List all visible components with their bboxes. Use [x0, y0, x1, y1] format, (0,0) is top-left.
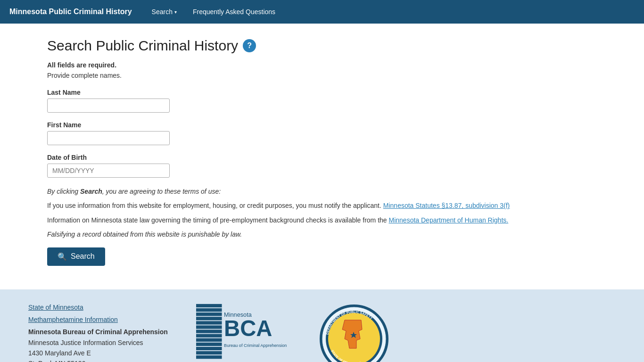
- main-content: Search Public Criminal History ? All fie…: [0, 24, 566, 280]
- required-note: All fields are required.: [47, 61, 519, 69]
- footer: State of Minnesota Methamphetamine Infor…: [0, 289, 644, 362]
- statutes-link[interactable]: Minnesota Statutes §13.87, subdivision 3…: [383, 202, 510, 209]
- terms-line2: If you use information from this website…: [47, 200, 519, 211]
- dps-seal-svg: DEPARTMENT OF PUBLIC SAFETY STATE OF MIN…: [319, 304, 389, 362]
- nav-links: Search ▾ Frequently Asked Questions: [146, 4, 281, 19]
- provide-note: Provide complete names.: [47, 72, 519, 79]
- svg-text:BCA: BCA: [224, 316, 272, 341]
- site-brand[interactable]: Minnesota Public Criminal History: [9, 8, 132, 16]
- svg-rect-4: [196, 321, 222, 324]
- dob-label: Date of Birth: [47, 154, 519, 161]
- dhr-link[interactable]: Minnesota Department of Human Rights.: [389, 216, 509, 224]
- help-icon[interactable]: ?: [243, 39, 256, 52]
- state-link[interactable]: State of Minnesota: [28, 304, 168, 311]
- svg-rect-12: [196, 355, 222, 359]
- meth-link[interactable]: Methamphetamine Information: [28, 316, 168, 323]
- footer-org: Minnesota Bureau of Criminal Apprehensio…: [28, 328, 168, 336]
- dob-group: Date of Birth: [47, 154, 519, 178]
- page-title: Search Public Criminal History ?: [47, 38, 519, 54]
- svg-rect-0: [196, 304, 222, 307]
- svg-rect-5: [196, 325, 222, 329]
- search-button[interactable]: 🔍 Search: [47, 247, 105, 266]
- first-name-group: First Name: [47, 121, 519, 145]
- last-name-group: Last Name: [47, 89, 519, 113]
- svg-rect-7: [196, 334, 222, 337]
- logo-stripes: [196, 304, 222, 358]
- svg-text:Minnesota: Minnesota: [224, 311, 252, 318]
- svg-rect-2: [196, 313, 222, 316]
- footer-bca-logo: BCA Minnesota Bureau of Criminal Apprehe…: [196, 304, 290, 360]
- svg-rect-1: [196, 308, 222, 312]
- dropdown-arrow-icon: ▾: [174, 9, 177, 15]
- terms-section: By clicking Search, you are agreeing to …: [47, 186, 519, 240]
- svg-rect-10: [196, 346, 222, 350]
- search-button-icon: 🔍: [58, 252, 67, 261]
- bca-logo-svg: BCA Minnesota Bureau of Criminal Apprehe…: [196, 304, 290, 360]
- svg-rect-8: [196, 338, 222, 341]
- footer-address: Minnesota Justice Information Services 1…: [28, 337, 168, 362]
- svg-rect-9: [196, 342, 222, 346]
- terms-line1: By clicking Search, you are agreeing to …: [47, 186, 519, 197]
- terms-line4: Falsifying a record obtained from this w…: [47, 229, 519, 239]
- terms-line3: Information on Minnesota state law gover…: [47, 215, 519, 225]
- footer-dps-seal: DEPARTMENT OF PUBLIC SAFETY STATE OF MIN…: [319, 304, 389, 362]
- svg-rect-3: [196, 317, 222, 320]
- svg-text:Bureau of Criminal Apprehensio: Bureau of Criminal Apprehension: [224, 343, 287, 347]
- last-name-label: Last Name: [47, 89, 519, 96]
- dob-input[interactable]: [47, 164, 170, 178]
- nav-faq[interactable]: Frequently Asked Questions: [187, 4, 281, 19]
- first-name-input[interactable]: [47, 131, 170, 145]
- footer-left: State of Minnesota Methamphetamine Infor…: [28, 304, 168, 362]
- navbar: Minnesota Public Criminal History Search…: [0, 0, 644, 24]
- svg-rect-6: [196, 329, 222, 333]
- first-name-label: First Name: [47, 121, 519, 129]
- svg-rect-11: [196, 351, 222, 354]
- nav-search[interactable]: Search ▾: [146, 4, 182, 19]
- last-name-input[interactable]: [47, 99, 170, 113]
